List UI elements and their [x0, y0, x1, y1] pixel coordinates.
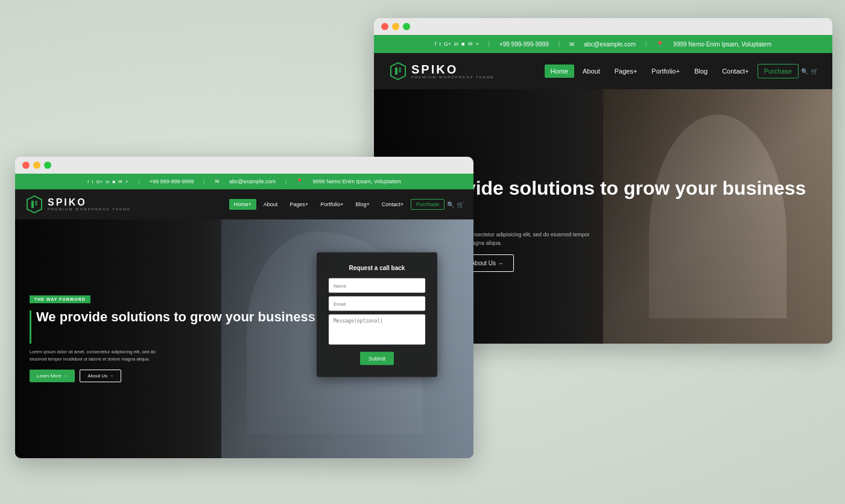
front-nav-about[interactable]: About — [259, 199, 283, 210]
svg-rect-5 — [35, 201, 37, 206]
front-address: 9999 Nemo Enim Ipsam, Voluptatem — [312, 178, 401, 184]
form-submit-button[interactable]: Submit — [360, 352, 394, 365]
linkedin-icon[interactable]: in — [454, 41, 458, 47]
close-dot[interactable] — [381, 23, 388, 30]
back-titlebar — [374, 18, 832, 35]
front-nav-portfolio[interactable]: Portfolio+ — [315, 199, 348, 210]
front-hero-title: We provide solutions to grow your busine… — [36, 309, 315, 325]
svg-rect-2 — [399, 68, 401, 72]
front-titlebar — [15, 157, 473, 174]
front-maximize-dot[interactable] — [44, 162, 51, 169]
front-logo-sub: PREMIUM WORDPRESS THEME — [48, 207, 131, 211]
front-linkedin-icon[interactable]: in — [106, 179, 109, 184]
front-about-us-button[interactable]: About Us → — [80, 370, 121, 382]
front-learn-more-button[interactable]: Learn More → — [30, 370, 75, 382]
minimize-dot[interactable] — [392, 23, 399, 30]
front-facebook-icon[interactable]: f — [87, 179, 89, 184]
back-sep2: | — [559, 41, 560, 47]
maximize-dot[interactable] — [403, 23, 410, 30]
front-navbar: SPIKO PREMIUM WORDPRESS THEME Home+ Abou… — [15, 189, 473, 219]
front-close-dot[interactable] — [22, 162, 30, 169]
back-logo-text: SPIKO PREMIUM WORDPRESS THEME — [411, 63, 495, 79]
back-address: 9999 Nemo Enim Ipsam, Voluptatem — [673, 41, 771, 48]
back-logo-icon — [388, 61, 408, 81]
front-hero-badge: THE WAY FORWORD — [30, 295, 90, 303]
front-nav-links: Home+ About Pages+ Portfolio+ Blog+ Cont… — [229, 199, 464, 210]
front-logo-name: SPIKO — [48, 198, 131, 207]
back-nav-contact[interactable]: Contact+ — [716, 65, 755, 78]
svg-rect-1 — [395, 68, 397, 75]
front-logo-text: SPIKO PREMIUM WORDPRESS THEME — [48, 198, 131, 211]
front-search-icon[interactable]: 🔍 — [447, 201, 454, 208]
front-logo-icon — [25, 195, 44, 214]
front-callback-form: Request a call back Submit — [317, 253, 437, 377]
front-sep2: | — [204, 178, 205, 184]
front-rss-icon[interactable]: ‣ — [125, 179, 128, 184]
back-nav-portfolio[interactable]: Portfolio+ — [645, 65, 686, 78]
rss-icon[interactable]: ‣ — [476, 41, 479, 47]
back-cart-icon[interactable]: 🛒 — [811, 68, 818, 75]
back-sep1: | — [489, 41, 490, 47]
back-nav-about[interactable]: About — [577, 65, 606, 78]
front-browser-window: f t G+ in ■ ✉ ‣ | +99 999-999-9999 | ✉ a… — [15, 157, 473, 458]
front-twitter-icon[interactable]: t — [92, 179, 93, 184]
form-message-input[interactable] — [329, 315, 425, 345]
front-mail-icon[interactable]: ✉ — [118, 179, 122, 184]
back-phone: +99 999-999-9999 — [499, 41, 549, 48]
svg-rect-4 — [31, 201, 34, 208]
googleplus-icon[interactable]: G+ — [444, 41, 451, 47]
back-logo-sub: PREMIUM WORDPRESS THEME — [411, 75, 495, 79]
front-phone: +99 999-999-9999 — [150, 178, 194, 184]
back-social-icons: f t G+ in ■ ✉ ‣ — [435, 41, 479, 47]
back-nav-pages[interactable]: Pages+ — [609, 65, 644, 78]
front-email-icon2: ✉ — [215, 178, 220, 184]
back-location-icon: 📍 — [656, 41, 663, 48]
front-nav-contact[interactable]: Contact+ — [377, 199, 408, 210]
back-email: abc@example.com — [584, 41, 636, 48]
back-email-icon: ✉ — [569, 41, 574, 48]
front-minimize-dot[interactable] — [33, 162, 40, 169]
front-nav-home[interactable]: Home+ — [229, 199, 256, 210]
front-hero: THE WAY FORWORD We provide solutions to … — [15, 219, 473, 458]
front-topbar: f t G+ in ■ ✉ ‣ | +99 999-999-9999 | ✉ a… — [15, 174, 473, 189]
twitter-icon[interactable]: t — [439, 41, 441, 47]
front-googleplus-icon[interactable]: G+ — [96, 179, 103, 184]
mail-icon[interactable]: ✉ — [468, 41, 473, 47]
front-site-content: f t G+ in ■ ✉ ‣ | +99 999-999-9999 | ✉ a… — [15, 174, 473, 458]
form-title: Request a call back — [329, 265, 425, 271]
back-navbar: SPIKO PREMIUM WORDPRESS THEME Home About… — [374, 53, 832, 89]
svg-marker-3 — [27, 196, 42, 213]
instagram-icon[interactable]: ■ — [461, 41, 464, 47]
front-hero-desc: Lorem ipsum dolor sit amet, consectetur … — [30, 348, 162, 362]
front-nav-pages[interactable]: Pages+ — [285, 199, 313, 210]
svg-marker-0 — [391, 63, 405, 80]
back-nav-blog[interactable]: Blog — [688, 65, 714, 78]
front-logo: SPIKO PREMIUM WORDPRESS THEME — [25, 195, 131, 214]
facebook-icon[interactable]: f — [435, 41, 437, 47]
front-cart-icon[interactable]: 🛒 — [457, 201, 464, 208]
back-nav-links: Home About Pages+ Portfolio+ Blog Contac… — [545, 64, 818, 78]
front-sep3: | — [285, 178, 286, 184]
back-logo-name: SPIKO — [411, 63, 495, 75]
back-nav-purchase[interactable]: Purchase — [758, 64, 799, 78]
front-social-icons: f t G+ in ■ ✉ ‣ — [87, 179, 128, 184]
front-sep1: | — [138, 178, 139, 184]
front-nav-blog[interactable]: Blog+ — [350, 199, 374, 210]
back-topbar: f t G+ in ■ ✉ ‣ | +99 999-999-9999 | ✉ a… — [374, 35, 832, 53]
front-instagram-icon[interactable]: ■ — [113, 179, 116, 184]
form-name-input[interactable] — [329, 279, 425, 293]
front-email: abc@example.com — [229, 178, 276, 184]
back-logo: SPIKO PREMIUM WORDPRESS THEME — [388, 61, 495, 81]
front-location-icon: 📍 — [296, 178, 303, 184]
front-nav-purchase[interactable]: Purchase — [411, 199, 445, 210]
form-email-input[interactable] — [329, 297, 425, 311]
back-nav-home[interactable]: Home — [545, 65, 574, 78]
back-search-icon[interactable]: 🔍 — [801, 68, 808, 75]
front-green-bar — [30, 310, 31, 344]
back-sep3: | — [645, 41, 647, 47]
